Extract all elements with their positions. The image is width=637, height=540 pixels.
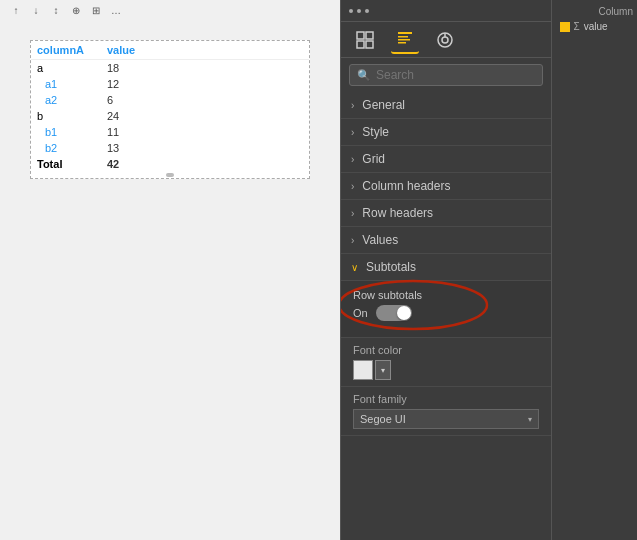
subtotals-content: Row subtotals On <box>341 281 551 338</box>
table-row: a2 6 <box>31 92 309 108</box>
sort-icon[interactable]: ↕ <box>48 2 64 18</box>
table-row: a 18 <box>31 60 309 77</box>
table-widget: columnA value a 18 a1 12 a2 6 <box>30 40 310 179</box>
panel-icons-row <box>341 22 551 58</box>
table-row: a1 12 <box>31 76 309 92</box>
chevron-right-icon: › <box>351 100 354 111</box>
dot-2 <box>357 9 361 13</box>
section-column-headers[interactable]: › Column headers <box>341 173 551 200</box>
grid-icon <box>356 31 374 49</box>
analytics-icon <box>436 31 454 49</box>
grid-view-button[interactable] <box>351 26 379 54</box>
canvas-area: ↑ ↓ ↕ ⊕ ⊞ … columnA value a 18 <box>0 0 340 540</box>
canvas-inner: columnA value a 18 a1 12 a2 6 <box>0 20 340 199</box>
toggle-knob <box>397 306 411 320</box>
svg-rect-6 <box>398 39 410 41</box>
section-column-headers-label: Column headers <box>362 179 450 193</box>
field-item-column: Σ value <box>556 19 633 34</box>
cell-total-value: 42 <box>101 156 309 172</box>
far-right-panel: Column Σ value <box>551 0 637 540</box>
search-input[interactable] <box>376 68 535 82</box>
cell-value: 24 <box>101 108 309 124</box>
svg-rect-1 <box>366 32 373 39</box>
cell-label: b <box>31 108 101 124</box>
row-subtotals-label: Row subtotals <box>353 289 539 301</box>
row-subtotals-toggle[interactable] <box>376 305 412 321</box>
color-dropdown-arrow[interactable]: ▾ <box>375 360 391 380</box>
cell-label: b2 <box>31 140 101 156</box>
svg-rect-4 <box>398 32 412 34</box>
cell-value: 12 <box>101 76 309 92</box>
section-values-label: Values <box>362 233 398 247</box>
chevron-down-icon: ∨ <box>351 262 358 273</box>
section-general-label: General <box>362 98 405 112</box>
cell-label: a <box>31 60 101 77</box>
font-family-dropdown[interactable]: Segoe UI ▾ <box>353 409 539 429</box>
sigma-icon-column: Σ <box>574 21 580 32</box>
section-grid-label: Grid <box>362 152 385 166</box>
font-family-label: Font family <box>353 393 539 405</box>
dot-3 <box>365 9 369 13</box>
color-picker-button[interactable]: ▾ <box>353 360 539 380</box>
data-table: columnA value a 18 a1 12 a2 6 <box>31 41 309 172</box>
dot-1 <box>349 9 353 13</box>
toggle-row: On <box>353 305 539 321</box>
move-down-icon[interactable]: ↓ <box>28 2 44 18</box>
table-row: b2 13 <box>31 140 309 156</box>
analytics-button[interactable] <box>431 26 459 54</box>
right-panel: 🔍 › General › Style › Grid › Column head… <box>340 0 551 540</box>
chevron-right-icon: › <box>351 154 354 165</box>
section-values[interactable]: › Values <box>341 227 551 254</box>
chevron-right-icon: › <box>351 208 354 219</box>
format-icon <box>396 30 414 48</box>
field-name-value: value <box>584 21 608 32</box>
svg-rect-3 <box>366 41 373 48</box>
color-swatch <box>353 360 373 380</box>
table-row-total: Total 42 <box>31 156 309 172</box>
cell-total-label: Total <box>31 156 101 172</box>
font-color-section: Font color ▾ <box>341 338 551 387</box>
resize-dot <box>166 173 174 177</box>
table-row: b1 11 <box>31 124 309 140</box>
font-family-value: Segoe UI <box>360 413 406 425</box>
move-up-icon[interactable]: ↑ <box>8 2 24 18</box>
cell-value: 18 <box>101 60 309 77</box>
search-box: 🔍 <box>349 64 543 86</box>
expand-icon[interactable]: ⊞ <box>88 2 104 18</box>
section-style-label: Style <box>362 125 389 139</box>
cell-label: b1 <box>31 124 101 140</box>
panel-top-bar <box>341 0 551 22</box>
svg-rect-2 <box>357 41 364 48</box>
font-color-label: Font color <box>353 344 539 356</box>
chevron-right-icon: › <box>351 127 354 138</box>
cell-label: a1 <box>31 76 101 92</box>
format-button[interactable] <box>391 26 419 54</box>
field-checkbox-column[interactable] <box>560 22 570 32</box>
table-row: b 24 <box>31 108 309 124</box>
fields-header: Column <box>556 4 633 19</box>
section-row-headers[interactable]: › Row headers <box>341 200 551 227</box>
section-grid[interactable]: › Grid <box>341 146 551 173</box>
section-general[interactable]: › General <box>341 92 551 119</box>
col-header-value: value <box>101 41 309 60</box>
search-icon: 🔍 <box>357 69 371 82</box>
chevron-right-icon: › <box>351 235 354 246</box>
chevron-right-icon: › <box>351 181 354 192</box>
svg-rect-0 <box>357 32 364 39</box>
resize-handle[interactable] <box>31 172 309 178</box>
cell-value: 13 <box>101 140 309 156</box>
svg-rect-7 <box>398 42 406 44</box>
toggle-on-label: On <box>353 307 368 319</box>
svg-point-9 <box>442 37 448 43</box>
add-icon[interactable]: ⊕ <box>68 2 84 18</box>
section-row-headers-label: Row headers <box>362 206 433 220</box>
cell-value: 6 <box>101 92 309 108</box>
cell-label: a2 <box>31 92 101 108</box>
section-style[interactable]: › Style <box>341 119 551 146</box>
section-subtotals[interactable]: ∨ Subtotals <box>341 254 551 281</box>
svg-rect-5 <box>398 36 408 38</box>
font-family-section: Font family Segoe UI ▾ <box>341 387 551 436</box>
font-family-dropdown-arrow: ▾ <box>528 415 532 424</box>
selection-toolbar: ↑ ↓ ↕ ⊕ ⊞ … <box>0 0 340 20</box>
more-icon[interactable]: … <box>108 2 124 18</box>
